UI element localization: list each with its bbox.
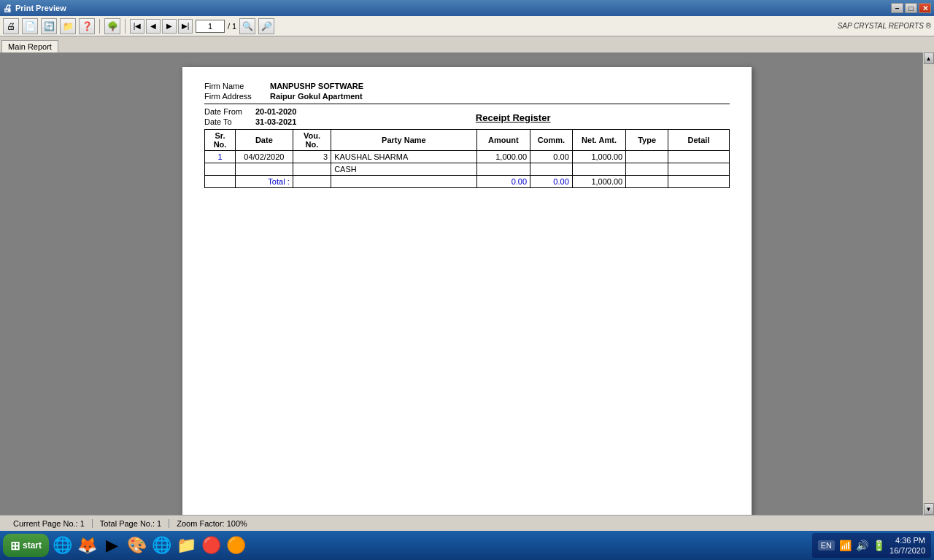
table-row-sub: CASH [205, 163, 730, 176]
report-page: Firm Name MANPUSHP SOFTWARE Firm Address… [182, 67, 752, 515]
date-section: Date From 20-01-2020 Date To 31-03-2021 [204, 107, 296, 128]
minimize-button[interactable]: – [891, 3, 903, 13]
next-page-button[interactable]: ▶ [162, 19, 177, 34]
app-icon: 🖨 [3, 3, 12, 14]
zoom-factor-status: Zoom Factor: 100% [169, 519, 255, 528]
taskbar-media-icon[interactable]: ▶ [100, 534, 123, 557]
row-date: 04/02/2020 [235, 151, 293, 163]
row-netamt: 1,000.00 [572, 151, 625, 163]
row-type [626, 151, 668, 163]
col-header-type: Type [626, 130, 668, 151]
report-title-center: Receipt Register [296, 112, 730, 123]
content-area: Firm Name MANPUSHP SOFTWARE Firm Address… [0, 52, 934, 515]
tray-speaker-icon: 🔊 [856, 540, 868, 551]
col-header-vouNo: Vou. No. [293, 130, 331, 151]
sub-type [626, 163, 668, 176]
first-page-button[interactable]: |◀ [130, 19, 144, 34]
total-comm: 0.00 [530, 176, 573, 188]
taskbar-firefox-icon[interactable]: 🦊 [75, 534, 99, 557]
taskbar-orange-icon[interactable]: 🟠 [224, 534, 247, 557]
total-detail [668, 176, 729, 188]
col-header-detail: Detail [668, 130, 729, 151]
maximize-button[interactable]: □ [905, 3, 917, 13]
taskbar-folder-icon[interactable]: 📁 [174, 534, 198, 557]
toolbar: 🖨 📄 🔄 📁 ❓ 🌳 |◀ ◀ ▶ ▶| 1 / 1 🔍 🔎 SAP CRYS… [0, 16, 934, 36]
taskbar-ie-icon[interactable]: 🌐 [50, 534, 74, 557]
sub-vouNo [293, 163, 331, 176]
refresh-button[interactable]: 🔄 [41, 18, 57, 34]
page-number-input[interactable]: 1 [196, 20, 225, 33]
copy-button[interactable]: 📄 [22, 18, 38, 34]
sub-party: CASH [331, 163, 476, 176]
last-page-button[interactable]: ▶| [178, 19, 193, 34]
table-total-row: Total : 0.00 0.00 1,000.00 [205, 176, 730, 188]
print-button[interactable]: 🖨 [3, 18, 19, 34]
window-title: Print Preview [15, 4, 66, 12]
date-from-label: Date From [204, 107, 255, 116]
zoom-button[interactable]: 🔎 [258, 18, 274, 34]
sub-amount [476, 163, 530, 176]
firm-address-label: Firm Address [204, 92, 270, 101]
system-clock: 4:36 PM 16/7/2020 [889, 535, 925, 556]
report-title: Receipt Register [476, 112, 551, 123]
sap-branding: SAP CRYSTAL REPORTS ® [838, 22, 931, 30]
col-header-amount: Amount [476, 130, 530, 151]
date-from-value: 20-01-2020 [255, 107, 296, 116]
col-header-date: Date [235, 130, 293, 151]
prev-page-button[interactable]: ◀ [146, 19, 161, 34]
row-amount: 1,000.00 [476, 151, 530, 163]
vertical-scrollbar[interactable]: ▲ ▼ [922, 52, 934, 515]
export-button[interactable]: 📁 [60, 18, 76, 34]
taskbar-red-icon[interactable]: 🔴 [199, 534, 223, 557]
start-button[interactable]: ⊞ start [3, 534, 49, 557]
row-comm: 0.00 [530, 151, 573, 163]
total-type [626, 176, 668, 188]
report-title-row: Date From 20-01-2020 Date To 31-03-2021 … [204, 107, 730, 128]
clock-date: 16/7/2020 [889, 545, 925, 556]
taskbar-paint-icon[interactable]: 🎨 [125, 534, 148, 557]
firm-name-label: Firm Name [204, 82, 270, 90]
col-header-comm: Comm. [530, 130, 573, 151]
search-button[interactable]: 🔍 [239, 18, 255, 34]
navigation-controls: |◀ ◀ ▶ ▶| [130, 19, 193, 34]
language-indicator[interactable]: EN [818, 540, 835, 551]
row-detail [668, 151, 729, 163]
page-of-label: / 1 [228, 22, 236, 31]
sub-date [235, 163, 293, 176]
scroll-up-button[interactable]: ▲ [924, 52, 934, 64]
separator-1 [99, 19, 100, 34]
help-button[interactable]: ❓ [79, 18, 95, 34]
taskbar-chrome-icon[interactable]: 🌐 [150, 534, 173, 557]
row-vouNo: 3 [293, 151, 331, 163]
tab-bar: Main Report [0, 36, 934, 52]
header-divider [204, 104, 730, 104]
group-tree-button[interactable]: 🌳 [104, 18, 120, 34]
current-page-status: Current Page No.: 1 [6, 519, 93, 528]
date-to-value: 31-03-2021 [255, 117, 296, 126]
window-controls: – □ ✕ [891, 3, 931, 13]
col-header-party: Party Name [331, 130, 476, 151]
title-bar: 🖨 Print Preview – □ ✕ [0, 0, 934, 16]
tab-main-report[interactable]: Main Report [1, 40, 58, 53]
close-button[interactable]: ✕ [919, 3, 931, 13]
system-tray: EN 📶 🔊 🔋 4:36 PM 16/7/2020 [812, 533, 931, 558]
sub-srno [205, 163, 236, 176]
clock-time: 4:36 PM [889, 535, 925, 545]
col-header-netamt: Net. Amt. [572, 130, 625, 151]
sub-comm [530, 163, 573, 176]
total-label: Total : [235, 176, 293, 188]
windows-logo-icon: ⊞ [10, 539, 20, 553]
status-bar: Current Page No.: 1 Total Page No.: 1 Zo… [0, 515, 934, 531]
date-to-label: Date To [204, 117, 255, 126]
report-firm-header: Firm Name MANPUSHP SOFTWARE Firm Address… [204, 82, 730, 101]
tray-network-icon: 📶 [839, 540, 852, 551]
scroll-down-button[interactable]: ▼ [924, 503, 934, 515]
system-tray-area: EN 📶 🔊 🔋 4:36 PM 16/7/2020 [812, 533, 931, 558]
total-page-status: Total Page No.: 1 [93, 519, 169, 528]
col-header-srno: Sr. No. [205, 130, 236, 151]
row-srno: 1 [205, 151, 236, 163]
total-vouNo [293, 176, 331, 188]
taskbar: ⊞ start 🌐 🦊 ▶ 🎨 🌐 📁 🔴 🟠 EN 📶 🔊 🔋 4:36 PM… [0, 531, 934, 560]
separator-2 [125, 19, 126, 34]
firm-address-value: Raipur Gokul Apartment [270, 92, 363, 101]
